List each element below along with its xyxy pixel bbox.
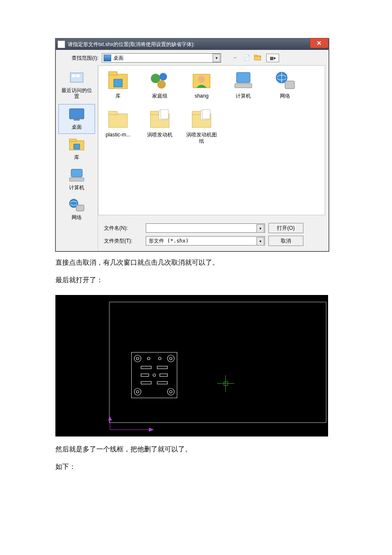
titlebar: ◧ 请指定形文件txt.shx的位置(取消将使用设置的缺省字体): ✕ (56, 39, 329, 50)
svg-marker-54 (108, 417, 112, 420)
chevron-down-icon[interactable]: ▾ (257, 237, 264, 246)
computer-icon (68, 168, 86, 183)
cad-screenshot (55, 295, 328, 436)
file-label: plastic-m... (106, 132, 130, 138)
cancel-button[interactable]: 取消 (268, 236, 303, 246)
svg-rect-2 (70, 73, 83, 82)
file-item-libraries[interactable]: 库 (103, 70, 133, 99)
cad-part (131, 352, 177, 398)
svg-rect-11 (69, 178, 84, 181)
desktop-icon (68, 107, 86, 122)
place-computer[interactable]: 计算机 (58, 165, 95, 194)
svg-rect-52 (157, 382, 167, 384)
filename-label: 文件名(N): (102, 225, 142, 232)
file-item-folder-plastic[interactable]: plastic-m... (103, 109, 133, 145)
up-icon[interactable]: 📄 (242, 54, 251, 61)
folder-docs-icon (149, 109, 171, 130)
file-item-folder-drawings[interactable]: 涡喷发动机图纸 (186, 109, 217, 145)
svg-point-41 (136, 390, 139, 393)
libraries-icon (68, 137, 86, 153)
svg-rect-10 (71, 169, 82, 177)
app-icon: ◧ (58, 40, 65, 48)
svg-rect-1 (254, 55, 257, 57)
svg-point-44 (147, 357, 150, 360)
file-label: 网络 (280, 93, 290, 99)
svg-rect-47 (141, 366, 151, 369)
svg-rect-49 (141, 374, 149, 376)
file-label: 涡喷发动机 (147, 132, 173, 138)
chevron-down-icon[interactable]: ▾ (213, 54, 220, 62)
computer-icon (232, 70, 254, 91)
file-label: shang (195, 93, 209, 99)
svg-rect-27 (109, 111, 117, 115)
svg-rect-25 (285, 81, 294, 89)
svg-point-42 (167, 388, 174, 395)
file-item-network[interactable]: 网络 (270, 70, 300, 99)
ucs-icon (109, 417, 156, 430)
folder-icon (107, 109, 129, 130)
svg-rect-3 (72, 75, 75, 77)
svg-rect-6 (74, 119, 80, 121)
file-item-folder-engine[interactable]: 涡喷发动机 (144, 109, 175, 145)
svg-point-18 (159, 73, 167, 81)
svg-rect-31 (161, 110, 168, 119)
place-network[interactable]: 网络 (58, 195, 95, 224)
new-folder-icon[interactable] (254, 54, 262, 61)
place-recent[interactable]: 最近访问的位置 (58, 68, 95, 103)
paragraph: 然后就是多了一个线框，把他删了就可以了。 (55, 445, 337, 454)
chevron-down-icon[interactable]: ▾ (257, 224, 264, 233)
lookin-combo[interactable]: ▾ (102, 53, 221, 63)
filetype-label: 文件类型(T): (102, 237, 142, 245)
svg-rect-13 (76, 205, 84, 211)
svg-rect-50 (160, 374, 167, 376)
places-bar: 最近访问的位置 桌面 库 (56, 65, 98, 251)
svg-rect-15 (109, 72, 117, 75)
place-desktop[interactable]: 桌面 (58, 104, 95, 134)
views-menu[interactable]: ▦▾ (266, 54, 279, 62)
svg-rect-9 (74, 144, 80, 149)
paragraph: 最后就打开了： (55, 276, 337, 285)
svg-point-36 (134, 355, 141, 362)
place-label: 网络 (72, 214, 82, 220)
svg-point-37 (136, 357, 139, 360)
svg-rect-16 (114, 79, 122, 87)
desktop-icon (104, 55, 111, 61)
place-label: 计算机 (69, 185, 84, 191)
libraries-icon (107, 70, 129, 91)
file-list[interactable]: 库 家庭组 (98, 65, 325, 215)
user-icon (190, 70, 213, 91)
close-icon: ✕ (317, 40, 322, 46)
file-item-computer[interactable]: 计算机 (228, 70, 259, 99)
place-label: 库 (74, 154, 79, 160)
svg-point-40 (134, 388, 141, 395)
network-icon (274, 70, 296, 91)
lookin-label: 查找范围(I): (60, 55, 98, 62)
filetype-input[interactable] (146, 236, 265, 246)
filename-combo[interactable]: ▾ (146, 223, 265, 233)
svg-marker-56 (149, 428, 153, 431)
recent-icon (68, 70, 86, 86)
svg-rect-33 (192, 111, 201, 115)
file-label: 涡喷发动机图纸 (186, 132, 217, 145)
cad-crosshair-cursor (217, 375, 234, 392)
toolbar-nav: ← 📄 ▦▾ (231, 54, 279, 62)
svg-point-46 (153, 374, 156, 376)
file-item-user[interactable]: shang (186, 70, 217, 99)
close-button[interactable]: ✕ (310, 38, 329, 48)
svg-rect-35 (202, 110, 210, 119)
svg-rect-23 (235, 84, 252, 88)
svg-rect-22 (236, 72, 250, 83)
file-item-homegroup[interactable]: 家庭组 (144, 70, 175, 99)
folder-docs-icon (190, 109, 213, 130)
filename-input[interactable] (146, 223, 265, 233)
open-button[interactable]: 打开(O) (268, 223, 303, 233)
svg-point-43 (170, 390, 172, 393)
svg-point-38 (167, 355, 174, 362)
lookin-input[interactable] (102, 53, 221, 63)
back-icon[interactable]: ← (231, 54, 240, 61)
place-libraries[interactable]: 库 (58, 135, 95, 164)
svg-rect-8 (69, 139, 76, 142)
paragraph: 如下： (55, 462, 337, 471)
file-label: 库 (115, 93, 121, 99)
filetype-combo[interactable]: ▾ (146, 236, 265, 246)
